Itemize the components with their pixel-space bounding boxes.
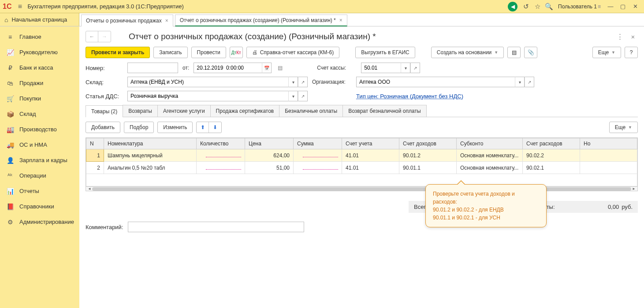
col-sum[interactable]: Сумма bbox=[294, 138, 342, 149]
post-button[interactable]: Провести bbox=[191, 47, 226, 58]
tab-agent[interactable]: Агентские услуги bbox=[157, 105, 211, 117]
cell-qty[interactable] bbox=[197, 162, 245, 174]
cell-sum[interactable] bbox=[294, 149, 342, 162]
col-price[interactable]: Цена bbox=[245, 138, 294, 149]
cell-subconto[interactable]: Основная номенклату... bbox=[457, 162, 523, 174]
sidebar-item-assets[interactable]: 🚚ОС и НМА bbox=[0, 137, 79, 152]
cell-account[interactable]: 41.01 bbox=[342, 162, 399, 174]
cell-expense-account[interactable]: 90.02.2 bbox=[523, 149, 580, 162]
grid-row[interactable]: 1 Шампунь мицелярный 624,00 41.01 90.01.… bbox=[86, 149, 637, 162]
cell-account[interactable]: 41.01 bbox=[342, 149, 399, 162]
grid-empty-area[interactable] bbox=[86, 174, 637, 186]
close-window-button[interactable]: ✕ bbox=[629, 2, 641, 11]
scroll-right-icon[interactable]: ► bbox=[631, 187, 637, 191]
km6-report-button[interactable]: 🖨Справка-отчет кассира (КМ-6) bbox=[246, 47, 340, 58]
structure-button[interactable]: ▤ bbox=[507, 47, 521, 58]
open-ref-icon[interactable]: ↗ bbox=[298, 77, 308, 87]
cell-n[interactable]: 1 bbox=[86, 149, 104, 162]
tab-returns[interactable]: Возвраты bbox=[123, 105, 158, 117]
move-down-button[interactable]: ⬇ bbox=[209, 122, 221, 133]
open-ref-icon[interactable]: ↗ bbox=[525, 77, 534, 87]
dropdown-icon[interactable]: ▾ bbox=[515, 77, 525, 87]
grid-row[interactable]: 2 Анальгин 0,5 №20 табл 51,00 41.01 90.0… bbox=[86, 162, 637, 174]
tab-certificates[interactable]: Продажа сертификатов bbox=[210, 105, 280, 117]
horizontal-scrollbar[interactable]: ◄ ► bbox=[86, 186, 637, 191]
comment-input[interactable] bbox=[128, 222, 304, 232]
notification-icon[interactable]: ◀ bbox=[508, 2, 517, 11]
cell-extra[interactable] bbox=[580, 149, 637, 162]
move-up-button[interactable]: ⬆ bbox=[197, 122, 209, 133]
date-input[interactable] bbox=[194, 63, 262, 73]
cell-qty[interactable] bbox=[197, 149, 245, 162]
col-expense-account[interactable]: Счет расходов bbox=[523, 138, 580, 149]
cell-income-account[interactable]: 90.01.1 bbox=[399, 162, 457, 174]
sidebar-item-bank[interactable]: ₽Банк и касса bbox=[0, 60, 79, 75]
open-ref-icon[interactable]: ↗ bbox=[298, 91, 308, 101]
doc-tab-current[interactable]: Отчет о розничных продажах (создание) (Р… bbox=[175, 15, 347, 26]
number-input[interactable] bbox=[127, 63, 178, 73]
help-button[interactable]: ? bbox=[625, 47, 638, 58]
org-input[interactable] bbox=[356, 77, 515, 87]
cell-sum[interactable] bbox=[294, 162, 342, 174]
minimize-button[interactable]: — bbox=[604, 2, 617, 11]
cell-extra[interactable] bbox=[580, 162, 637, 174]
favorite-icon[interactable]: ☆ bbox=[532, 1, 543, 12]
col-extra[interactable]: Но bbox=[580, 138, 637, 149]
grid-more-button[interactable]: Еще▼ bbox=[609, 122, 638, 133]
kebab-menu-icon[interactable]: ⋮ bbox=[615, 32, 625, 41]
sidebar-item-production[interactable]: 🏭Производство bbox=[0, 122, 79, 137]
sidebar-item-purchases[interactable]: 🛒Покупки bbox=[0, 91, 79, 106]
cell-income-account[interactable]: 90.01.2 bbox=[399, 149, 457, 162]
close-document-icon[interactable]: × bbox=[628, 32, 638, 41]
col-nomenclature[interactable]: Номенклатура bbox=[104, 138, 197, 149]
doc-tab-reports[interactable]: Отчеты о розничных продажах × bbox=[81, 15, 173, 26]
cell-expense-account[interactable]: 90.02.1 bbox=[523, 162, 580, 174]
cell-price[interactable]: 624,00 bbox=[245, 149, 294, 162]
more-button[interactable]: Еще▼ bbox=[592, 47, 621, 58]
scroll-left-icon[interactable]: ◄ bbox=[87, 187, 92, 191]
tab-goods[interactable]: Товары (2) bbox=[86, 105, 123, 117]
pick-button[interactable]: Подбор bbox=[124, 122, 154, 133]
open-ref-icon[interactable]: ↗ bbox=[410, 63, 420, 73]
sidebar-item-reports[interactable]: 📊Отчеты bbox=[0, 183, 79, 199]
close-tab-icon[interactable]: × bbox=[165, 18, 168, 24]
cell-price[interactable]: 51,00 bbox=[245, 162, 294, 174]
sklad-input[interactable] bbox=[127, 77, 288, 87]
kassa-input[interactable] bbox=[361, 63, 401, 73]
nav-back-button[interactable]: ← bbox=[86, 31, 98, 42]
cell-n[interactable]: 2 bbox=[86, 162, 104, 174]
sidebar-item-operations[interactable]: ᴬᵏОперации bbox=[0, 168, 79, 183]
create-based-button[interactable]: Создать на основании▼ bbox=[431, 47, 504, 58]
tab-noncash-return[interactable]: Возврат безналичной оплаты bbox=[342, 105, 426, 117]
history-icon[interactable]: ↺ bbox=[520, 1, 532, 12]
calendar-icon[interactable]: 📅 bbox=[262, 63, 272, 73]
col-n[interactable]: N bbox=[86, 138, 104, 149]
cell-nomenclature[interactable]: Шампунь мицелярный bbox=[104, 149, 197, 162]
sidebar-item-salary[interactable]: 👤Зарплата и кадры bbox=[0, 152, 79, 168]
price-type-link[interactable]: Тип цен: Розничная (Документ без НДС) bbox=[356, 93, 463, 100]
sidebar-item-sales[interactable]: 🛍Продажи bbox=[0, 75, 79, 91]
sidebar-item-admin[interactable]: ⚙Администрирование bbox=[0, 214, 79, 230]
attach-button[interactable]: 📎 bbox=[524, 47, 537, 58]
post-and-close-button[interactable]: Провести и закрыть bbox=[86, 47, 150, 58]
add-row-button[interactable]: Добавить bbox=[86, 122, 120, 133]
scrollbar-thumb[interactable] bbox=[92, 187, 631, 191]
nav-forward-button[interactable]: → bbox=[98, 31, 111, 42]
sidebar-item-manager[interactable]: 📈Руководителю bbox=[0, 45, 79, 60]
search-icon[interactable]: 🔍 bbox=[543, 1, 555, 12]
cell-nomenclature[interactable]: Анальгин 0,5 №20 табл bbox=[104, 162, 197, 174]
main-menu-icon[interactable]: ≡ bbox=[15, 2, 25, 11]
cell-subconto[interactable]: Основная номенклату... bbox=[457, 149, 523, 162]
col-subconto[interactable]: Субконто bbox=[457, 138, 523, 149]
dds-input[interactable] bbox=[127, 91, 288, 101]
sidebar-item-catalogs[interactable]: 📕Справочники bbox=[0, 199, 79, 214]
edit-button[interactable]: Изменить bbox=[157, 122, 193, 133]
user-menu[interactable]: Пользователь 1≡ bbox=[558, 4, 601, 10]
sidebar-item-main[interactable]: ≡Главное bbox=[0, 29, 79, 45]
form-icon[interactable]: ▤ bbox=[276, 65, 284, 71]
dtkt-button[interactable]: ДтКт bbox=[230, 47, 243, 58]
sidebar-item-warehouse[interactable]: 📦Склад bbox=[0, 106, 79, 122]
col-income-account[interactable]: Счет доходов bbox=[399, 138, 457, 149]
col-qty[interactable]: Количество bbox=[197, 138, 245, 149]
tab-noncash[interactable]: Безналичные оплаты bbox=[279, 105, 343, 117]
